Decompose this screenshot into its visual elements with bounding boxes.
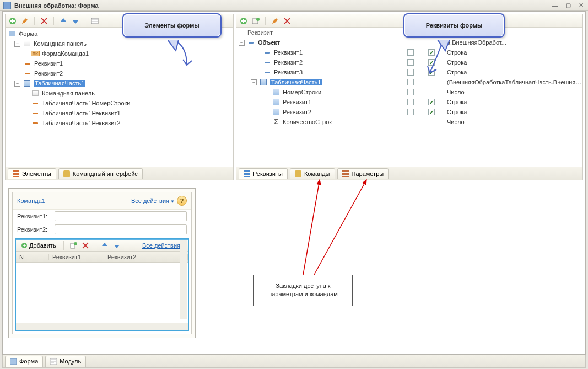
table-row[interactable]: −ТабличнаяЧасть1 (ВнешняяОбработкаТаблич… xyxy=(236,77,582,87)
down-icon[interactable] xyxy=(71,16,80,26)
tab-label: Элементы xyxy=(22,170,51,177)
add-group-icon[interactable] xyxy=(251,16,261,26)
table-row[interactable]: −Объект а.ВнешняяОбработ... xyxy=(236,38,582,47)
tree-item[interactable]: Реквизит1 xyxy=(8,58,231,68)
add-button[interactable]: Добавить xyxy=(18,240,59,250)
table-row[interactable]: Реквизит1 Строка xyxy=(236,97,582,107)
checkbox[interactable] xyxy=(407,89,414,95)
column-header[interactable]: N xyxy=(16,254,49,260)
tab-label: Командный интерфейс xyxy=(73,170,138,177)
column-header[interactable]: Реквизит2 xyxy=(104,254,188,260)
svg-rect-13 xyxy=(342,170,349,172)
table-row[interactable]: Реквизит3 Строка xyxy=(236,67,582,77)
tab-label: Реквизиты xyxy=(253,170,283,177)
close-button[interactable]: ✕ xyxy=(578,2,585,9)
window-titlebar: Внешняя обработка: Форма — ▢ ✕ xyxy=(0,0,588,11)
attrs-tab-icon xyxy=(244,170,250,177)
svg-rect-19 xyxy=(10,358,17,365)
table-row[interactable]: Реквизит2 Строка xyxy=(236,107,582,117)
tab-label: Модуль xyxy=(60,358,81,365)
rekv1-input[interactable] xyxy=(55,211,187,221)
svg-point-8 xyxy=(256,18,260,21)
delete-icon[interactable] xyxy=(80,240,90,250)
window-title: Внешняя обработка: Форма xyxy=(14,2,551,9)
rekv2-input[interactable] xyxy=(55,224,187,234)
checkbox[interactable] xyxy=(407,69,414,76)
svg-rect-2 xyxy=(13,170,19,172)
delete-icon[interactable] xyxy=(39,16,49,26)
callout-elements: Элементы формы xyxy=(122,13,222,38)
edit-icon[interactable] xyxy=(20,16,30,26)
checkbox[interactable] xyxy=(407,109,414,115)
preview-header: Команда1 Все действия▼ ? xyxy=(13,192,191,210)
checkbox[interactable] xyxy=(407,49,414,56)
checkbox[interactable] xyxy=(407,99,414,105)
tab-attributes[interactable]: Реквизиты xyxy=(239,168,288,179)
svg-rect-3 xyxy=(13,173,19,175)
checkbox[interactable] xyxy=(407,79,414,85)
copy-icon[interactable] xyxy=(68,240,78,250)
form-preview: Команда1 Все действия▼ ? Реквизит1: Рекв… xyxy=(8,188,196,338)
callout-attributes: Реквизиты формы xyxy=(403,13,505,38)
add-icon[interactable] xyxy=(239,16,249,26)
table-row[interactable]: НомерСтроки Число xyxy=(236,87,582,97)
all-actions-link[interactable]: Все действия▼ xyxy=(131,197,175,204)
tree-item[interactable]: ТабличнаяЧасть1Реквизит2 xyxy=(8,118,231,128)
h-scrollbar[interactable] xyxy=(16,323,188,330)
tree-item[interactable]: Реквизит2 xyxy=(8,68,231,78)
attrs-tree[interactable]: −Объект а.ВнешняяОбработ... Реквизит1 Ст… xyxy=(236,38,582,167)
right-tabbar: Реквизиты Команды Параметры xyxy=(236,167,582,180)
tab-elements[interactable]: Элементы xyxy=(8,168,56,179)
properties-icon[interactable] xyxy=(90,16,100,26)
elements-tab-icon xyxy=(13,170,19,177)
table-row[interactable]: ΣКоличествоСтрок Число xyxy=(236,117,582,127)
table-header: N Реквизит1 Реквизит2 xyxy=(16,252,188,263)
up-icon[interactable] xyxy=(58,16,68,26)
tree-item[interactable]: − Командная панель xyxy=(8,39,231,49)
v-scrollbar[interactable] xyxy=(180,240,187,319)
checkbox[interactable] xyxy=(428,69,435,76)
max-button[interactable]: ▢ xyxy=(564,2,572,9)
delete-icon[interactable] xyxy=(282,16,292,26)
preview-toolbar: Добавить Все действия▼ xyxy=(16,239,188,252)
callout-tabs-access: Закладки доступа к параметрам и командам xyxy=(253,275,353,306)
add-icon[interactable] xyxy=(8,16,18,26)
column-header[interactable]: Реквизит1 xyxy=(49,254,104,260)
table-row[interactable]: Реквизит2 Строка xyxy=(236,57,582,67)
command-link[interactable]: Команда1 xyxy=(17,197,45,204)
svg-rect-11 xyxy=(244,176,250,177)
svg-rect-10 xyxy=(244,173,250,175)
tab-label: Команды xyxy=(304,170,330,177)
checkbox[interactable] xyxy=(428,109,435,115)
checkbox[interactable] xyxy=(428,59,435,66)
down-icon[interactable] xyxy=(112,240,122,250)
tab-form[interactable]: Форма xyxy=(5,356,43,367)
tree-item[interactable]: ТабличнаяЧасть1НомерСтроки xyxy=(8,98,231,108)
cmds-tab-icon xyxy=(295,170,301,177)
left-tabbar: Элементы Командный интерфейс xyxy=(6,167,233,180)
table-body[interactable] xyxy=(16,263,188,323)
cmdiface-tab-icon xyxy=(63,170,70,177)
help-button[interactable]: ? xyxy=(177,196,187,206)
up-icon[interactable] xyxy=(100,240,110,250)
checkbox[interactable] xyxy=(428,49,435,56)
table-row[interactable]: Реквизит1 Строка xyxy=(236,47,582,57)
tree-item[interactable]: Командная панель xyxy=(8,88,231,98)
tab-commands[interactable]: Команды xyxy=(290,168,335,179)
module-tab-icon xyxy=(50,358,57,365)
tree-item[interactable]: OK ФормаКоманда1 xyxy=(8,49,231,58)
checkbox[interactable] xyxy=(428,99,435,105)
tab-module[interactable]: Модуль xyxy=(45,356,86,367)
tree-item[interactable]: ТабличнаяЧасть1Реквизит1 xyxy=(8,108,231,118)
checkbox[interactable] xyxy=(407,59,414,66)
tab-parameters[interactable]: Параметры xyxy=(337,168,389,179)
tab-cmd-interface[interactable]: Командный интерфейс xyxy=(58,168,143,179)
tab-label: Параметры xyxy=(352,170,384,177)
svg-rect-9 xyxy=(244,170,250,172)
elements-tree[interactable]: Форма − Командная панель OK ФормаКоманда… xyxy=(6,28,233,167)
svg-rect-1 xyxy=(91,18,98,24)
svg-rect-14 xyxy=(342,173,349,175)
tree-item[interactable]: − ТабличнаяЧасть1 xyxy=(8,78,231,88)
edit-icon[interactable] xyxy=(270,16,280,26)
min-button[interactable]: — xyxy=(551,2,559,9)
